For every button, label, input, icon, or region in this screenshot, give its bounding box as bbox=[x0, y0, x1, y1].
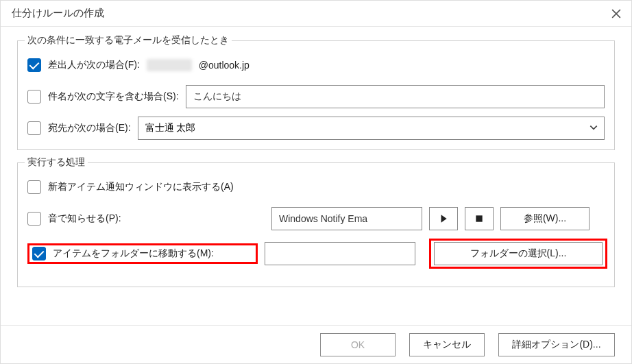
from-row: 差出人が次の場合(F): @outlook.jp bbox=[27, 53, 605, 77]
conditions-title: 次の条件に一致する電子メールを受信したとき bbox=[25, 34, 232, 47]
ok-button[interactable]: OK bbox=[320, 333, 396, 356]
alert-row: 新着アイテム通知ウィンドウに表示する(A) bbox=[27, 175, 605, 199]
sound-checkbox[interactable] bbox=[27, 212, 41, 226]
from-name-obscured bbox=[147, 59, 192, 71]
rule-dialog: 仕分けルールの作成 次の条件に一致する電子メールを受信したとき 差出人が次の場合… bbox=[0, 0, 632, 364]
select-folder-button[interactable]: フォルダーの選択(L)... bbox=[434, 242, 603, 265]
subject-input[interactable] bbox=[186, 85, 605, 108]
sound-label: 音で知らせる(P): bbox=[48, 213, 265, 225]
actions-title: 実行する処理 bbox=[25, 156, 88, 169]
actions-group: 実行する処理 新着アイテム通知ウィンドウに表示する(A) 音で知らせる(P): … bbox=[17, 162, 615, 287]
alert-checkbox[interactable] bbox=[27, 180, 41, 194]
dialog-content: 次の条件に一致する電子メールを受信したとき 差出人が次の場合(F): @outl… bbox=[1, 27, 631, 325]
close-button[interactable] bbox=[609, 7, 623, 21]
to-row: 宛先が次の場合(E): 富士通 太郎 bbox=[27, 117, 605, 140]
move-label: アイテムをフォルダーに移動する(M): bbox=[53, 247, 214, 260]
subject-checkbox[interactable] bbox=[27, 90, 41, 104]
to-label: 宛先が次の場合(E): bbox=[48, 122, 131, 134]
highlight-folder-select: フォルダーの選択(L)... bbox=[429, 239, 607, 269]
advanced-button[interactable]: 詳細オプション(D)... bbox=[498, 333, 615, 356]
dialog-footer: OK キャンセル 詳細オプション(D)... bbox=[1, 325, 631, 363]
highlight-move-option: アイテムをフォルダーに移動する(M): bbox=[27, 243, 258, 264]
stop-icon bbox=[474, 214, 484, 223]
subject-label: 件名が次の文字を含む場合(S): bbox=[48, 90, 179, 103]
move-checkbox[interactable] bbox=[32, 247, 46, 260]
move-row: アイテムをフォルダーに移動する(M): フォルダーの選択(L)... bbox=[27, 239, 605, 269]
cancel-button[interactable]: キャンセル bbox=[409, 333, 485, 356]
move-folder-input[interactable] bbox=[265, 242, 415, 265]
from-domain: @outlook.jp bbox=[199, 60, 250, 71]
svg-rect-0 bbox=[476, 215, 482, 221]
play-icon bbox=[439, 214, 448, 223]
to-dropdown-value: 富士通 太郎 bbox=[145, 122, 196, 134]
sound-row: 音で知らせる(P): 参照(W)... bbox=[27, 207, 605, 230]
play-button[interactable] bbox=[429, 207, 458, 230]
sound-input[interactable] bbox=[271, 207, 422, 230]
conditions-group: 次の条件に一致する電子メールを受信したとき 差出人が次の場合(F): @outl… bbox=[17, 40, 615, 150]
subject-row: 件名が次の文字を含む場合(S): bbox=[27, 85, 605, 108]
from-label: 差出人が次の場合(F): bbox=[48, 59, 140, 71]
from-checkbox[interactable] bbox=[27, 58, 41, 72]
chevron-down-icon bbox=[589, 123, 598, 134]
to-dropdown[interactable]: 富士通 太郎 bbox=[138, 117, 605, 140]
browse-button[interactable]: 参照(W)... bbox=[500, 207, 590, 230]
stop-button[interactable] bbox=[465, 207, 494, 230]
alert-label: 新着アイテム通知ウィンドウに表示する(A) bbox=[48, 181, 234, 193]
titlebar: 仕分けルールの作成 bbox=[1, 1, 631, 27]
close-icon bbox=[611, 9, 621, 19]
to-checkbox[interactable] bbox=[27, 121, 41, 135]
dialog-title: 仕分けルールの作成 bbox=[12, 7, 104, 20]
